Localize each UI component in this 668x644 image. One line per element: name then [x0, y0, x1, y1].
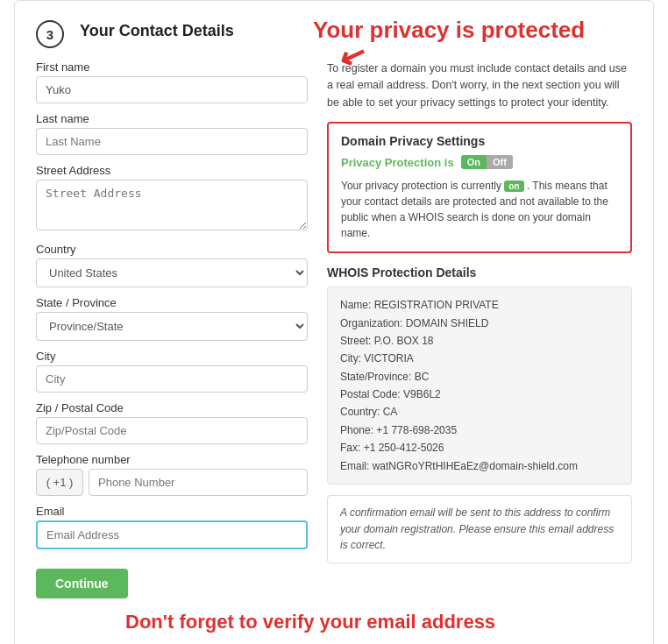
email-confirm-box: A confirmation email will be sent to thi… [327, 495, 632, 563]
left-column: First name Last name Street Address Coun… [36, 60, 308, 598]
privacy-box-title: Domain Privacy Settings [341, 134, 618, 148]
section-title: Your Contact Details [80, 22, 234, 40]
toggle-on-button[interactable]: On [461, 155, 487, 169]
phone-input[interactable] [89, 469, 308, 496]
contact-details-card: ↙ 3 Your Contact Details Your privacy is… [14, 0, 654, 644]
email-label: Email [36, 505, 308, 518]
whois-details-box: Name: REGISTRATION PRIVATE Organization:… [327, 287, 632, 485]
street-address-label: Street Address [36, 164, 308, 177]
email-input[interactable] [36, 520, 308, 549]
privacy-toggle-group[interactable]: On Off [461, 155, 513, 169]
city-group: City [36, 350, 308, 393]
section-header: 3 Your Contact Details Your privacy is p… [36, 18, 632, 48]
whois-name: Name: REGISTRATION PRIVATE [340, 296, 619, 314]
last-name-group: Last name [36, 112, 308, 155]
whois-email: Email: watNGRoYRtHIHEaEz@domain-shield.c… [340, 457, 619, 475]
street-address-group: Street Address [36, 164, 308, 234]
last-name-input[interactable] [36, 128, 308, 155]
state-group: State / Province Province/State [36, 296, 308, 341]
domain-privacy-box: Domain Privacy Settings Privacy Protecti… [327, 122, 632, 253]
privacy-desc-part1: Your privacy protection is currently [341, 180, 501, 192]
whois-title: WHOIS Protection Details [327, 265, 632, 280]
whois-org: Organization: DOMAIN SHIELD [340, 315, 619, 332]
phone-code: ( +1 ) [36, 469, 83, 496]
bottom-annotation: Don't forget to verify your email addres… [125, 611, 495, 633]
last-name-label: Last name [36, 112, 308, 125]
on-badge: on [504, 180, 523, 192]
telephone-label: Telephone number [36, 453, 308, 466]
country-select[interactable]: United States Canada United Kingdom [36, 258, 308, 287]
privacy-toggle-row: Privacy Protection is On Off [341, 155, 618, 169]
whois-city: City: VICTORIA [340, 350, 619, 367]
first-name-group: First name [36, 60, 308, 103]
privacy-protection-label: Privacy Protection is [341, 156, 454, 169]
whois-postal: Postal Code: V9B6L2 [340, 386, 619, 403]
whois-state: State/Province: BC [340, 368, 619, 386]
main-content: First name Last name Street Address Coun… [36, 60, 632, 598]
zip-input[interactable] [36, 417, 308, 444]
whois-country: Country: CA [340, 403, 619, 421]
whois-fax: Fax: +1 250-412-5026 [340, 439, 619, 456]
state-label: State / Province [36, 296, 308, 309]
first-name-input[interactable] [36, 76, 308, 103]
toggle-off-button[interactable]: Off [487, 155, 513, 169]
email-group: Email [36, 505, 308, 549]
country-group: Country United States Canada United King… [36, 243, 308, 287]
country-label: Country [36, 243, 308, 256]
street-address-input[interactable] [36, 180, 308, 230]
telephone-group: Telephone number ( +1 ) [36, 453, 308, 496]
first-name-label: First name [36, 60, 308, 74]
city-label: City [36, 350, 308, 363]
state-select[interactable]: Province/State [36, 312, 308, 341]
description-text: To register a domain you must include co… [327, 60, 632, 111]
whois-phone: Phone: +1 778-698-2035 [340, 421, 619, 439]
privacy-description: Your privacy protection is currently on … [341, 178, 618, 241]
zip-label: Zip / Postal Code [36, 401, 308, 414]
city-input[interactable] [36, 365, 308, 393]
phone-row: ( +1 ) [36, 469, 308, 496]
zip-group: Zip / Postal Code [36, 401, 308, 444]
whois-street: Street: P.O. BOX 18 [340, 332, 619, 350]
right-column: To register a domain you must include co… [327, 60, 632, 598]
privacy-headline: Your privacy is protected [313, 17, 585, 44]
step-badge: 3 [36, 20, 64, 48]
continue-button[interactable]: Continue [36, 569, 128, 598]
